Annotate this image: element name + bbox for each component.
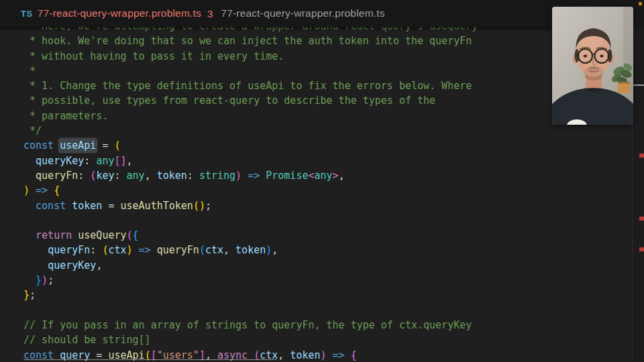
code-token[interactable]: > — [333, 170, 339, 182]
code-token[interactable]: // If you pass in an array of strings to… — [23, 319, 472, 331]
code-token[interactable]: , — [96, 259, 102, 272]
code-token[interactable]: return — [36, 229, 72, 241]
code-line[interactable]: * parameters. — [23, 109, 478, 123]
code-token[interactable]: ; — [205, 200, 211, 212]
code-token[interactable] — [241, 170, 248, 182]
code-token[interactable]: token — [235, 244, 266, 256]
code-token[interactable]: ctx — [205, 244, 223, 256]
code-token[interactable]: , — [145, 170, 157, 182]
code-token[interactable]: any — [315, 170, 333, 182]
code-token[interactable]: * — [23, 65, 36, 77]
editor-tab[interactable]: TS 77-react-query-wrapper.problem.ts 3 — [21, 7, 213, 19]
code-token[interactable]: ) — [321, 349, 327, 361]
code-editor[interactable]: * Here, we're attempting to create a wra… — [23, 19, 478, 362]
code-token[interactable]: { — [54, 184, 60, 196]
code-token[interactable] — [48, 184, 54, 196]
overview-ruler[interactable] — [632, 0, 644, 362]
code-line[interactable]: * possible, use types from react-query t… — [23, 93, 478, 108]
code-token[interactable]: * parameters. — [23, 110, 108, 122]
code-line[interactable]: queryKey, — [23, 258, 478, 273]
code-token[interactable]: const — [36, 200, 66, 212]
code-token[interactable]: : — [90, 244, 102, 256]
code-token[interactable]: * possible, use types from react-query t… — [23, 95, 435, 107]
code-token[interactable]: queryFn — [36, 170, 78, 182]
code-token[interactable] — [72, 229, 78, 241]
code-token[interactable] — [23, 170, 36, 182]
code-token[interactable] — [327, 349, 333, 361]
code-token[interactable]: useApi — [60, 139, 96, 152]
code-token[interactable] — [23, 229, 36, 241]
code-token[interactable]: ) — [235, 170, 241, 182]
code-token[interactable]: => — [36, 184, 48, 196]
code-token[interactable]: () — [193, 200, 205, 212]
code-token[interactable]: : — [114, 170, 126, 182]
code-token[interactable] — [260, 170, 266, 182]
code-token[interactable] — [345, 349, 351, 361]
code-token[interactable]: , — [278, 349, 290, 361]
code-token[interactable]: => — [333, 349, 345, 361]
code-token[interactable]: queryKey — [36, 155, 84, 167]
code-token[interactable]: ; — [48, 274, 54, 286]
code-token[interactable] — [133, 244, 139, 256]
code-line[interactable]: }); — [23, 273, 478, 288]
code-token[interactable]: * hook. We're doing that so we can injec… — [23, 35, 472, 47]
code-token[interactable]: token — [72, 200, 102, 212]
code-token[interactable]: queryKey — [48, 259, 96, 272]
code-token[interactable] — [23, 200, 36, 212]
code-line[interactable]: }; — [23, 288, 478, 302]
code-token[interactable]: [] — [114, 155, 126, 167]
code-token[interactable]: ) — [23, 184, 30, 196]
code-token[interactable]: { — [351, 349, 357, 361]
code-token[interactable]: ( — [114, 139, 120, 152]
code-token[interactable]: any — [127, 170, 145, 182]
code-line[interactable]: queryFn: (key: any, token: string) => Pr… — [23, 168, 478, 183]
code-token[interactable]: { — [133, 229, 139, 241]
code-line[interactable]: * hook. We're doing that so we can injec… — [23, 34, 478, 48]
code-token[interactable]: useAuthToken — [121, 200, 193, 212]
code-token[interactable]: , — [272, 244, 278, 256]
code-token[interactable]: ; — [30, 289, 36, 301]
code-token[interactable] — [23, 155, 36, 167]
code-line[interactable]: return useQuery({ — [23, 228, 478, 243]
code-token[interactable]: , — [339, 170, 345, 182]
code-token[interactable]: ( — [199, 244, 205, 256]
code-line[interactable]: */ — [23, 123, 478, 138]
code-token[interactable]: queryFn — [157, 244, 199, 256]
code-token[interactable]: any — [96, 155, 114, 167]
code-token[interactable]: queryFn — [48, 244, 90, 256]
code-token[interactable]: string — [199, 170, 235, 182]
code-line[interactable]: const useApi = ( — [23, 138, 478, 153]
code-line[interactable]: * — [23, 64, 478, 78]
code-token[interactable]: * without having to pass it in every tim… — [23, 50, 284, 62]
code-token[interactable] — [23, 274, 36, 286]
code-token[interactable]: => — [248, 170, 260, 182]
code-token[interactable]: token — [157, 170, 187, 182]
code-token[interactable]: } — [23, 289, 30, 301]
code-token[interactable]: token — [290, 349, 320, 361]
code-line[interactable]: // If you pass in an array of strings to… — [23, 318, 478, 333]
code-token[interactable]: ) — [127, 244, 133, 256]
code-token[interactable]: : — [78, 170, 90, 182]
code-token[interactable] — [23, 244, 48, 256]
code-token[interactable]: => — [139, 244, 151, 256]
code-line[interactable] — [23, 303, 478, 318]
code-line[interactable]: queryFn: (ctx) => queryFn(ctx, token), — [23, 243, 478, 257]
code-token[interactable]: Promise — [266, 170, 308, 182]
code-token[interactable]: ctx — [108, 244, 126, 256]
code-token[interactable]: , — [127, 155, 133, 167]
code-token[interactable] — [54, 139, 60, 152]
code-token[interactable]: key — [96, 170, 114, 182]
code-token[interactable]: const — [23, 139, 54, 152]
code-token[interactable]: ) — [266, 244, 272, 256]
code-token[interactable]: : — [187, 170, 199, 182]
code-line[interactable]: ) => { — [23, 183, 478, 198]
code-token[interactable] — [30, 184, 36, 196]
code-token[interactable] — [23, 259, 48, 272]
code-token[interactable]: ) — [42, 274, 48, 286]
code-token[interactable]: = — [102, 200, 120, 212]
code-token[interactable]: = — [96, 139, 114, 152]
code-token[interactable]: ( — [127, 229, 133, 241]
code-token[interactable]: } — [36, 274, 42, 286]
code-token[interactable]: */ — [23, 125, 42, 137]
code-line[interactable]: queryKey: any[], — [23, 154, 478, 168]
